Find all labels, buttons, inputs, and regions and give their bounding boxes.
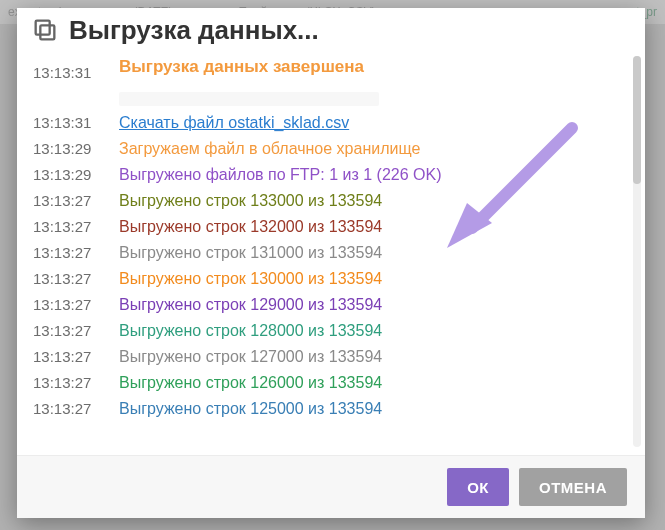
- log-message: Выгружено строк 125000 из 133594: [119, 400, 382, 417]
- log-message: Выгружено строк 131000 из 133594: [119, 244, 382, 261]
- scrollbar-thumb[interactable]: [633, 56, 641, 184]
- log-timestamp: 13:13:27: [33, 292, 119, 318]
- log-timestamp: 13:13:27: [33, 188, 119, 214]
- copy-icon: [31, 16, 59, 44]
- log-timestamp: 13:13:29: [33, 136, 119, 162]
- log-row: 13:13:27Выгружено строк 130000 из 133594: [33, 266, 625, 292]
- log-message: Загружаем файл в облачное хранилище: [119, 140, 420, 157]
- log-row: 13:13:27Выгружено строк 128000 из 133594: [33, 318, 625, 344]
- log-message: Выгружено строк 126000 из 133594: [119, 374, 382, 391]
- log-message: Выгружено файлов по FTP: 1 из 1 (226 OK): [119, 166, 441, 183]
- log-message: Выгружено строк 133000 из 133594: [119, 192, 382, 209]
- svg-rect-1: [36, 21, 50, 35]
- log-table: 13:13:31Выгрузка данных завершена13:13:3…: [33, 54, 625, 422]
- log-row: [33, 86, 625, 110]
- log-row: 13:13:29Загружаем файл в облачное хранил…: [33, 136, 625, 162]
- dialog-title: Выгрузка данных...: [69, 17, 319, 43]
- export-dialog: Выгрузка данных... 13:13:31Выгрузка данн…: [17, 8, 645, 518]
- log-message: Выгружено строк 130000 из 133594: [119, 270, 382, 287]
- log-message: Выгружено строк 128000 из 133594: [119, 322, 382, 339]
- ok-button[interactable]: ОК: [447, 468, 509, 506]
- log-row: 13:13:27Выгружено строк 132000 из 133594: [33, 214, 625, 240]
- log-row: 13:13:27Выгружено строк 129000 из 133594: [33, 292, 625, 318]
- log-timestamp: 13:13:29: [33, 162, 119, 188]
- dialog-header: Выгрузка данных...: [17, 8, 645, 48]
- log-row: 13:13:31Скачать файл ostatki_sklad.csv: [33, 110, 625, 136]
- log-row: 13:13:27Выгружено строк 133000 из 133594: [33, 188, 625, 214]
- log-timestamp: 13:13:27: [33, 396, 119, 422]
- log-row: 13:13:29Выгружено файлов по FTP: 1 из 1 …: [33, 162, 625, 188]
- log-message: Выгружено строк 129000 из 133594: [119, 296, 382, 313]
- svg-rect-0: [40, 25, 54, 39]
- log-timestamp: 13:13:31: [33, 54, 119, 86]
- log-timestamp: 13:13:31: [33, 110, 119, 136]
- log-timestamp: [33, 86, 119, 110]
- log-timestamp: 13:13:27: [33, 240, 119, 266]
- log-timestamp: 13:13:27: [33, 318, 119, 344]
- download-link[interactable]: Скачать файл ostatki_sklad.csv: [119, 114, 349, 131]
- log-message: Выгружено строк 132000 из 133594: [119, 218, 382, 235]
- log-timestamp: 13:13:27: [33, 214, 119, 240]
- dialog-button-bar: ОК ОТМЕНА: [17, 455, 645, 518]
- log-area: 13:13:31Выгрузка данных завершена13:13:3…: [17, 48, 645, 455]
- log-message: Выгрузка данных завершена: [119, 53, 364, 76]
- log-message: Выгружено строк 127000 из 133594: [119, 348, 382, 365]
- log-row: 13:13:27Выгружено строк 131000 из 133594: [33, 240, 625, 266]
- log-timestamp: 13:13:27: [33, 344, 119, 370]
- log-timestamp: 13:13:27: [33, 370, 119, 396]
- log-row: 13:13:27Выгружено строк 125000 из 133594: [33, 396, 625, 422]
- log-row: 13:13:27Выгружено строк 126000 из 133594: [33, 370, 625, 396]
- cancel-button[interactable]: ОТМЕНА: [519, 468, 627, 506]
- log-separator: [119, 92, 379, 106]
- log-timestamp: 13:13:27: [33, 266, 119, 292]
- log-row: 13:13:31Выгрузка данных завершена: [33, 54, 625, 86]
- log-row: 13:13:27Выгружено строк 127000 из 133594: [33, 344, 625, 370]
